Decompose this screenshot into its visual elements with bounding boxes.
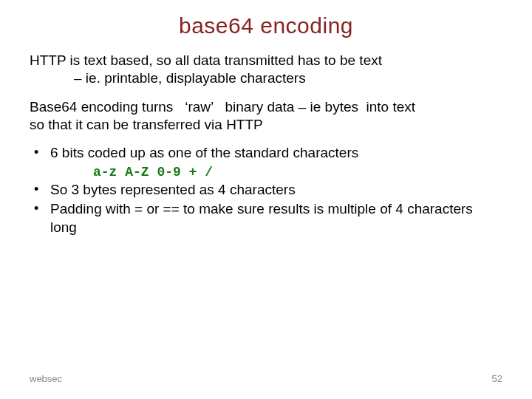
bullet-1-text: 6 bits coded up as one of the standard c… (50, 145, 358, 160)
bullet-list: 6 bits coded up as one of the standard c… (30, 144, 502, 162)
bullet-item-2: So 3 bytes represented as 4 characters (30, 181, 502, 199)
slide-body: HTTP is text based, so all data transmit… (30, 52, 502, 236)
bullet-item-1: 6 bits coded up as one of the standard c… (30, 144, 502, 162)
bullet-item-3: Padding with = or == to make sure result… (30, 200, 502, 236)
bullet-1-code: a-z A-Z 0-9 + / (93, 164, 502, 181)
slide-title: base64 encoding (30, 13, 502, 38)
bullet-list-cont: So 3 bytes represented as 4 characters P… (30, 181, 502, 236)
bullet-2-text: So 3 bytes represented as 4 characters (50, 182, 296, 197)
footer-label: websec (30, 373, 62, 384)
paragraph-1-line-1: HTTP is text based, so all data transmit… (30, 52, 502, 69)
page-number: 52 (492, 373, 502, 384)
slide: base64 encoding HTTP is text based, so a… (0, 0, 532, 399)
paragraph-1-line-2: – ie. printable, displayable characters (74, 69, 502, 87)
paragraph-2-line-1: Base64 encoding turns ‘raw’ binary data … (30, 98, 502, 116)
paragraph-2-line-2: so that it can be transferred via HTTP (30, 116, 502, 134)
bullet-3-text: Padding with = or == to make sure result… (50, 201, 473, 234)
